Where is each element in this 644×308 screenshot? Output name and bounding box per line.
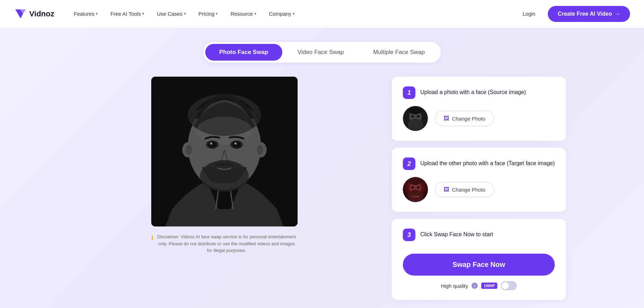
change-photo-button-2[interactable]: 🖼 Change Photo xyxy=(435,182,494,197)
svg-point-7 xyxy=(197,117,252,145)
create-free-video-button[interactable]: Create Free AI Video → xyxy=(548,6,630,22)
disclaimer: ℹ Disclaimer: Vidnoz AI face swap servic… xyxy=(151,233,298,254)
svg-point-32 xyxy=(409,179,421,185)
info-circle-icon: ℹ xyxy=(151,234,153,242)
header-right: Login Create Free AI Video → xyxy=(517,6,630,22)
step-2-title: Upload the other photo with a face (Targ… xyxy=(420,157,555,167)
svg-point-24 xyxy=(409,107,422,114)
step-2-header: 2 Upload the other photo with a face (Ta… xyxy=(403,157,555,170)
svg-point-12 xyxy=(232,141,241,148)
image-icon-2: 🖼 xyxy=(444,186,449,193)
nav-use-cases[interactable]: Use Cases ▾ xyxy=(151,8,191,20)
svg-point-25 xyxy=(411,115,414,117)
svg-point-28 xyxy=(408,119,423,131)
chevron-icon: ▾ xyxy=(184,11,186,16)
quality-info-icon[interactable]: i xyxy=(472,283,478,289)
quality-badge: 1080P xyxy=(481,283,497,289)
tabs-container: Photo Face Swap Video Face Swap Multiple… xyxy=(21,42,623,63)
swap-face-now-button[interactable]: Swap Face Now xyxy=(403,254,555,276)
header: Vidnoz Features ▾ Free AI Tools ▾ Use Ca… xyxy=(0,0,644,28)
step-2-number: 2 xyxy=(403,157,415,170)
svg-point-19 xyxy=(186,145,192,155)
nav-pricing[interactable]: Pricing ▾ xyxy=(193,8,224,20)
svg-point-33 xyxy=(412,186,414,188)
step-1-card: 1 Upload a photo with a face (Source ima… xyxy=(392,77,566,141)
arrow-right-icon: → xyxy=(615,11,620,17)
step-1-header: 1 Upload a photo with a face (Source ima… xyxy=(403,86,555,99)
chevron-icon: ▾ xyxy=(96,11,98,16)
content-area: ℹ Disclaimer: Vidnoz AI face swap servic… xyxy=(78,77,566,300)
photo-preview xyxy=(151,77,298,226)
step-3-card: 3 Click Swap Face Now to start Swap Face… xyxy=(392,219,566,300)
logo[interactable]: Vidnoz xyxy=(14,7,54,21)
step-3-title: Click Swap Face Now to start xyxy=(420,229,493,238)
main-nav: Features ▾ Free AI Tools ▾ Use Cases ▾ P… xyxy=(68,8,517,20)
svg-point-26 xyxy=(417,115,420,117)
chevron-icon: ▾ xyxy=(293,11,295,16)
left-panel: ℹ Disclaimer: Vidnoz AI face swap servic… xyxy=(78,77,371,254)
step-1-number: 1 xyxy=(403,86,415,99)
step-3-header: 3 Click Swap Face Now to start xyxy=(403,229,555,247)
step-1-content: 🖼 Change Photo xyxy=(403,106,555,131)
quality-label: High quality xyxy=(441,283,468,289)
tab-multiple-face-swap[interactable]: Multiple Face Swap xyxy=(359,44,439,61)
svg-point-9 xyxy=(208,141,216,148)
login-button[interactable]: Login xyxy=(517,8,541,20)
source-face-avatar xyxy=(403,106,428,131)
quality-row: High quality i 1080P xyxy=(403,281,555,290)
svg-point-10 xyxy=(210,143,212,145)
nav-company[interactable]: Company ▾ xyxy=(263,8,300,20)
quality-toggle[interactable] xyxy=(501,281,517,290)
chevron-icon: ▾ xyxy=(254,11,256,16)
svg-point-21 xyxy=(257,145,263,155)
svg-point-13 xyxy=(235,143,237,145)
change-photo-button-1[interactable]: 🖼 Change Photo xyxy=(435,111,494,126)
face-swap-tabs: Photo Face Swap Video Face Swap Multiple… xyxy=(203,42,441,63)
nav-free-ai-tools[interactable]: Free AI Tools ▾ xyxy=(105,8,150,20)
step-2-card: 2 Upload the other photo with a face (Ta… xyxy=(392,148,566,212)
tab-video-face-swap[interactable]: Video Face Swap xyxy=(284,44,358,61)
right-panel: 1 Upload a photo with a face (Source ima… xyxy=(392,77,566,300)
nav-resource[interactable]: Resource ▾ xyxy=(225,8,262,20)
target-face-avatar: LA CASA xyxy=(403,177,428,202)
chevron-icon: ▾ xyxy=(142,11,144,16)
logo-text: Vidnoz xyxy=(29,9,54,18)
tab-photo-face-swap[interactable]: Photo Face Swap xyxy=(205,44,282,61)
chevron-icon: ▾ xyxy=(216,11,218,16)
svg-text:LA CASA: LA CASA xyxy=(412,195,420,198)
image-icon-1: 🖼 xyxy=(444,115,449,122)
step-2-content: LA CASA 🖼 Change Photo xyxy=(403,177,555,202)
svg-point-34 xyxy=(417,186,420,188)
main-content: Photo Face Swap Video Face Swap Multiple… xyxy=(0,28,644,308)
step-1-title: Upload a photo with a face (Source image… xyxy=(420,86,526,96)
nav-features[interactable]: Features ▾ xyxy=(68,8,104,20)
step-3-number: 3 xyxy=(403,229,415,241)
